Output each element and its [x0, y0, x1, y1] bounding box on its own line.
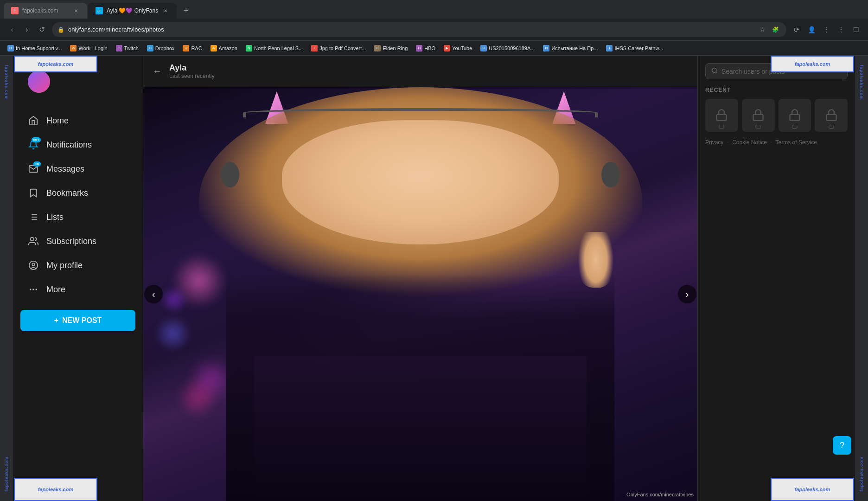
bookmark-youtube[interactable]: ▶ YouTube	[440, 43, 476, 54]
recent-item-4[interactable]	[815, 99, 848, 132]
recent-title: RECENT	[705, 87, 848, 93]
messages-badge: 18	[33, 161, 41, 167]
bookmark-twitch[interactable]: T Twitch	[112, 43, 142, 54]
recent-item-2[interactable]	[742, 99, 775, 132]
sidebar-item-bookmarks[interactable]: Bookmarks	[17, 182, 139, 204]
tab-onlyfans[interactable]: OF Ayla 🧡💜 OnlyFans ✕	[88, 3, 177, 19]
footer-terms-link[interactable]: Terms of Service	[776, 139, 817, 146]
back-button[interactable]: ‹	[6, 23, 19, 36]
extension-button[interactable]: 🧩	[770, 24, 781, 35]
sidebar-item-subscriptions[interactable]: Subscriptions	[17, 230, 139, 252]
sidebar-item-home[interactable]: Home	[17, 109, 139, 132]
bottom-watermark-right-text: fapoleaks.com	[795, 487, 830, 492]
new-tab-button[interactable]: +	[179, 4, 192, 17]
bookmark-jpg-pdf[interactable]: J Jpg to Pdf Convert...	[307, 43, 370, 54]
headphone-band	[243, 108, 598, 117]
tab-close-onlyfans[interactable]: ✕	[162, 7, 169, 14]
bookmark-ihss[interactable]: I IHSS Career Pathw...	[602, 43, 667, 54]
bookmark-label-dropbox: Dropbox	[155, 45, 175, 51]
svg-point-9	[33, 289, 34, 290]
bookmark-home-supportiv[interactable]: H In Home Supportiv...	[4, 43, 65, 54]
more-icon	[28, 284, 39, 295]
new-post-label: NEW POST	[62, 316, 102, 325]
notifications-icon: 99+	[28, 139, 39, 150]
new-post-button[interactable]: + NEW POST	[20, 310, 135, 331]
next-photo-button[interactable]: ›	[678, 285, 696, 303]
sidebar-item-my-profile[interactable]: My profile	[17, 254, 139, 276]
svg-rect-24	[756, 125, 760, 128]
prev-photo-button[interactable]: ‹	[144, 285, 163, 303]
clothing-element	[254, 356, 587, 501]
left-side-watermark: fapoleaks.com fapoleaks.com	[0, 56, 13, 501]
bookmark-rac[interactable]: R RAC	[179, 43, 205, 54]
bookmark-us-patent[interactable]: U US20150096189A...	[477, 43, 538, 54]
bookmark-star-button[interactable]: ☆	[757, 24, 768, 35]
bookmark-hbo[interactable]: H HBO	[412, 43, 439, 54]
reload-button[interactable]: ↺	[35, 23, 48, 36]
notifications-badge: 99+	[32, 137, 41, 142]
tab-favicon-fapoleaks: F	[11, 7, 19, 14]
sidebar-label-bookmarks: Bookmarks	[46, 188, 88, 198]
avatar[interactable]	[28, 71, 50, 93]
bookmark-favicon-legal: N	[246, 45, 252, 51]
url-actions: ☆ 🧩	[757, 24, 781, 35]
menu-button[interactable]: ⋮	[835, 23, 848, 36]
recent-item-3-bottom	[780, 124, 810, 130]
svg-point-11	[30, 289, 31, 290]
sidebar-item-notifications[interactable]: 99+ Notifications	[17, 134, 139, 156]
subscriptions-icon	[28, 236, 39, 247]
sidebar-item-lists[interactable]: Lists	[17, 206, 139, 228]
extensions-button[interactable]: ⋮	[820, 23, 833, 36]
profile-last-seen: Last seen recently	[169, 73, 214, 79]
help-icon: ?	[840, 441, 844, 450]
svg-point-19	[712, 68, 716, 72]
bookmark-legal[interactable]: N North Penn Legal S...	[242, 43, 306, 54]
bookmark-favicon-youtube: ▶	[444, 45, 450, 51]
bookmark-favicon-work: W	[70, 45, 77, 51]
url-bar[interactable]: 🔒 onlyfans.com/minecraftvibes/photos ☆ 🧩	[52, 22, 786, 37]
bookmark-favicon-home: H	[7, 45, 14, 51]
bookmark-dropbox[interactable]: D Dropbox	[143, 43, 179, 54]
bookmark-elden-ring[interactable]: E Elden Ring	[370, 43, 411, 54]
sidebar-item-more[interactable]: More	[17, 278, 139, 301]
profile-button[interactable]: 👤	[805, 23, 818, 36]
help-button[interactable]: ?	[833, 436, 851, 455]
svg-rect-26	[792, 125, 797, 128]
hand-element	[577, 232, 614, 288]
profile-name-area: Ayla Last seen recently	[169, 63, 214, 79]
share-button[interactable]: ⟳	[790, 23, 803, 36]
main-photo: OnlyFans.com/minecraftvibes	[143, 87, 697, 501]
sidebar-label-subscriptions: Subscriptions	[46, 237, 96, 246]
recent-section: RECENT	[705, 87, 848, 132]
forward-button[interactable]: ›	[20, 23, 33, 36]
recent-item-3[interactable]	[779, 99, 811, 132]
sidebar: Home 99+ Notifications	[13, 56, 143, 501]
bottom-watermark-right: fapoleaks.com	[771, 478, 854, 501]
bookmark-label-rac: RAC	[191, 45, 202, 51]
bookmark-label-jpg: Jpg to Pdf Convert...	[319, 45, 366, 51]
bookmark-favicon-ihss: I	[606, 45, 613, 51]
tab-fapoleaks[interactable]: F fapoleaks.com ✕	[4, 3, 87, 19]
tab-favicon-onlyfans: OF	[96, 7, 103, 14]
bookmark-favicon-twitch: T	[116, 45, 122, 51]
sidebar-item-messages[interactable]: 18 Messages	[17, 158, 139, 180]
sidebar-label-lists: Lists	[46, 212, 64, 222]
footer-dot-2: ·	[771, 140, 772, 145]
bookmark-work-login[interactable]: W Work - Login	[66, 43, 111, 54]
left-watermark-text-bottom: fapoleaks.com	[4, 456, 9, 492]
address-bar: ‹ › ↺ 🔒 onlyfans.com/minecraftvibes/phot…	[0, 19, 868, 41]
browser-actions: ⟳ 👤 ⋮ ⋮ ☐	[790, 23, 862, 36]
footer-privacy-link[interactable]: Privacy	[705, 139, 723, 146]
bookmark-amazon[interactable]: A Amazon	[207, 43, 241, 54]
bookmarks-icon	[28, 187, 39, 199]
tab-close-fapoleaks[interactable]: ✕	[72, 7, 80, 14]
avatar-image	[28, 71, 50, 93]
recent-item-1-bottom	[707, 124, 736, 130]
footer-cookie-link[interactable]: Cookie Notice	[732, 139, 767, 146]
back-button[interactable]: ←	[153, 66, 162, 77]
restore-button[interactable]: ☐	[849, 23, 862, 36]
headphone-left	[221, 162, 239, 187]
bookmark-favicon-rac: R	[183, 45, 189, 51]
bookmark-ispytanie[interactable]: И Испытание На Пр...	[539, 43, 601, 54]
recent-item-1[interactable]	[705, 99, 738, 132]
